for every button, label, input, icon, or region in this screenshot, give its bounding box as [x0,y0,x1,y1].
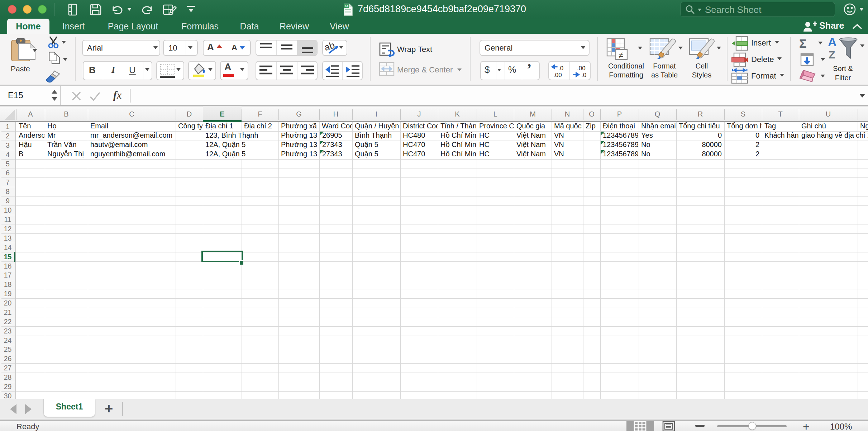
svg-text:.00: .00 [577,65,586,72]
svg-text:14: 14 [344,4,348,8]
svg-text:.00: .00 [553,72,562,78]
svg-text:.0: .0 [581,72,586,78]
svg-text:.0: .0 [558,65,563,72]
svg-text:≠: ≠ [619,50,623,60]
svg-text:ab: ab [325,41,336,53]
